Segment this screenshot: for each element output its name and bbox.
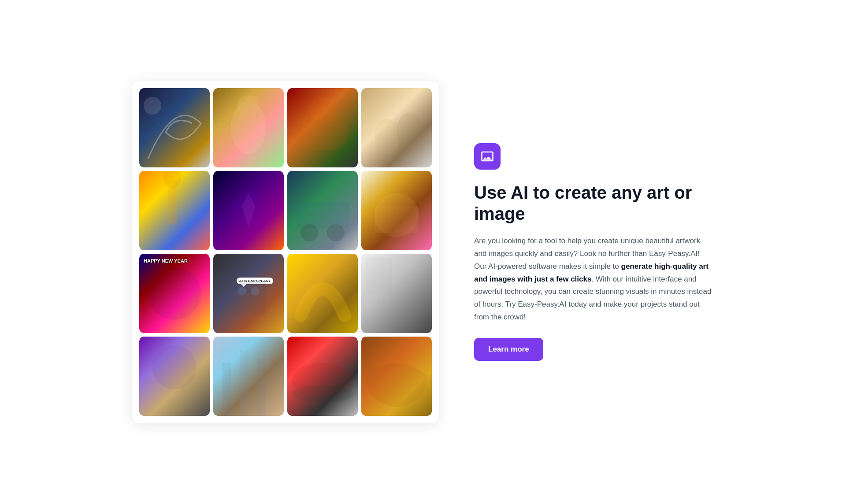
grid-cell-room — [361, 254, 432, 333]
grid-cell-dragon — [139, 88, 210, 167]
grid-cell-woman — [213, 88, 284, 167]
description-text: Are you looking for a tool to help you c… — [474, 235, 714, 324]
svg-rect-23 — [240, 350, 249, 416]
svg-rect-10 — [296, 202, 349, 228]
svg-point-4 — [309, 97, 336, 123]
svg-point-0 — [144, 97, 161, 115]
grid-cell-robot: AI IS EASY-PEASY — [213, 254, 284, 333]
grid-cell-monkey — [139, 337, 210, 416]
svg-rect-20 — [366, 258, 392, 293]
main-container: HAPPY NEW YEARAI IS EASY-PEASY Use AI to… — [115, 55, 731, 449]
grid-cell-newyear: HAPPY NEW YEAR — [139, 254, 210, 333]
ai-image-icon-box — [474, 143, 501, 170]
svg-point-18 — [251, 287, 260, 296]
svg-point-6 — [397, 112, 423, 152]
svg-rect-14 — [375, 206, 419, 233]
grid-cell-city — [213, 337, 284, 416]
image-grid: HAPPY NEW YEARAI IS EASY-PEASY — [139, 88, 432, 416]
svg-point-21 — [152, 345, 197, 389]
svg-rect-16 — [231, 280, 266, 315]
svg-point-17 — [237, 287, 246, 296]
grid-cell-dogs — [361, 88, 432, 167]
grid-cell-giraffe — [139, 171, 210, 250]
content-panel: Use AI to create any art or image Are yo… — [474, 143, 714, 361]
grid-cell-food — [287, 88, 358, 167]
page-title: Use AI to create any art or image — [474, 182, 714, 224]
grid-cell-cake — [361, 171, 432, 250]
svg-point-12 — [327, 224, 345, 241]
svg-point-26 — [292, 385, 353, 403]
grid-cell-banana — [287, 254, 358, 333]
grid-cell-bread — [361, 337, 432, 416]
svg-rect-24 — [257, 359, 266, 416]
svg-point-2 — [237, 95, 260, 117]
svg-point-11 — [301, 224, 318, 241]
image-grid-wrapper: HAPPY NEW YEARAI IS EASY-PEASY — [132, 81, 439, 423]
grid-cell-truck — [287, 171, 358, 250]
grid-cell-car — [287, 337, 358, 416]
image-icon — [481, 150, 494, 163]
svg-point-15 — [148, 267, 201, 320]
svg-rect-22 — [222, 363, 231, 416]
svg-point-8 — [163, 171, 181, 189]
grid-cell-space — [213, 171, 284, 250]
learn-more-button[interactable]: Learn more — [474, 338, 543, 361]
